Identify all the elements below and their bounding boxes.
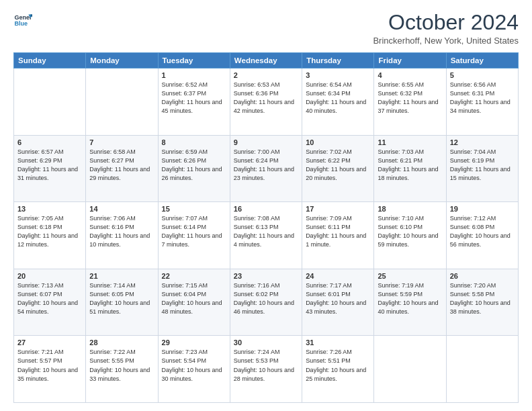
day-number: 2 xyxy=(234,71,298,79)
day-number: 14 xyxy=(89,205,154,213)
day-info: Sunrise: 7:12 AM Sunset: 6:08 PM Dayligh… xyxy=(450,214,515,249)
header-row: SundayMondayTuesdayWednesdayThursdayFrid… xyxy=(14,53,519,68)
day-number: 12 xyxy=(450,138,515,146)
day-cell: 7Sunrise: 6:58 AM Sunset: 6:27 PM Daylig… xyxy=(86,135,158,202)
day-cell xyxy=(86,68,158,136)
day-info: Sunrise: 7:20 AM Sunset: 5:58 PM Dayligh… xyxy=(450,281,515,316)
day-cell: 25Sunrise: 7:19 AM Sunset: 5:59 PM Dayli… xyxy=(374,269,446,336)
header: General Blue October 2024 Brinckerhoff, … xyxy=(13,11,519,46)
day-number: 1 xyxy=(162,71,226,79)
day-info: Sunrise: 7:04 AM Sunset: 6:19 PM Dayligh… xyxy=(450,148,515,183)
day-cell: 19Sunrise: 7:12 AM Sunset: 6:08 PM Dayli… xyxy=(446,202,518,269)
day-number: 29 xyxy=(162,338,226,347)
day-cell: 12Sunrise: 7:04 AM Sunset: 6:19 PM Dayli… xyxy=(446,135,518,202)
day-info: Sunrise: 7:16 AM Sunset: 6:02 PM Dayligh… xyxy=(234,281,298,316)
week-row-3: 13Sunrise: 7:05 AM Sunset: 6:18 PM Dayli… xyxy=(14,202,519,269)
day-number: 23 xyxy=(234,272,298,280)
day-number: 28 xyxy=(89,338,154,347)
day-cell: 14Sunrise: 7:06 AM Sunset: 6:16 PM Dayli… xyxy=(86,202,158,269)
day-cell xyxy=(374,336,446,403)
day-number: 6 xyxy=(17,138,82,146)
day-cell xyxy=(446,336,518,403)
day-info: Sunrise: 7:17 AM Sunset: 6:01 PM Dayligh… xyxy=(306,281,370,316)
day-number: 16 xyxy=(234,205,298,213)
day-cell: 5Sunrise: 6:56 AM Sunset: 6:31 PM Daylig… xyxy=(446,68,518,136)
day-cell: 10Sunrise: 7:02 AM Sunset: 6:22 PM Dayli… xyxy=(302,135,374,202)
day-info: Sunrise: 7:21 AM Sunset: 5:57 PM Dayligh… xyxy=(17,348,82,383)
day-info: Sunrise: 6:57 AM Sunset: 6:29 PM Dayligh… xyxy=(17,148,82,183)
day-cell: 20Sunrise: 7:13 AM Sunset: 6:07 PM Dayli… xyxy=(14,269,86,336)
day-cell: 13Sunrise: 7:05 AM Sunset: 6:18 PM Dayli… xyxy=(14,202,86,269)
col-header-sunday: Sunday xyxy=(14,53,86,68)
week-row-5: 27Sunrise: 7:21 AM Sunset: 5:57 PM Dayli… xyxy=(14,336,519,403)
day-info: Sunrise: 7:05 AM Sunset: 6:18 PM Dayligh… xyxy=(17,214,82,249)
day-cell: 6Sunrise: 6:57 AM Sunset: 6:29 PM Daylig… xyxy=(14,135,86,202)
day-number: 26 xyxy=(450,272,515,280)
day-cell: 26Sunrise: 7:20 AM Sunset: 5:58 PM Dayli… xyxy=(446,269,518,336)
day-cell: 9Sunrise: 7:00 AM Sunset: 6:24 PM Daylig… xyxy=(230,135,302,202)
day-cell: 11Sunrise: 7:03 AM Sunset: 6:21 PM Dayli… xyxy=(374,135,446,202)
day-cell: 16Sunrise: 7:08 AM Sunset: 6:13 PM Dayli… xyxy=(230,202,302,269)
day-number: 30 xyxy=(234,338,298,347)
day-cell: 4Sunrise: 6:55 AM Sunset: 6:32 PM Daylig… xyxy=(374,68,446,136)
day-cell: 2Sunrise: 6:53 AM Sunset: 6:36 PM Daylig… xyxy=(230,68,302,136)
day-number: 25 xyxy=(378,272,442,280)
day-info: Sunrise: 7:19 AM Sunset: 5:59 PM Dayligh… xyxy=(378,281,442,316)
day-number: 22 xyxy=(162,272,226,280)
day-number: 15 xyxy=(162,205,226,213)
day-cell: 28Sunrise: 7:22 AM Sunset: 5:55 PM Dayli… xyxy=(86,336,158,403)
day-number: 31 xyxy=(306,338,370,347)
day-cell: 1Sunrise: 6:52 AM Sunset: 6:37 PM Daylig… xyxy=(158,68,230,136)
calendar-table: SundayMondayTuesdayWednesdayThursdayFrid… xyxy=(13,52,519,403)
day-info: Sunrise: 7:06 AM Sunset: 6:16 PM Dayligh… xyxy=(89,214,154,249)
day-cell: 24Sunrise: 7:17 AM Sunset: 6:01 PM Dayli… xyxy=(302,269,374,336)
title-block: October 2024 Brinckerhoff, New York, Uni… xyxy=(373,11,519,46)
day-cell: 31Sunrise: 7:26 AM Sunset: 5:51 PM Dayli… xyxy=(302,336,374,403)
day-info: Sunrise: 6:58 AM Sunset: 6:27 PM Dayligh… xyxy=(89,148,154,183)
day-info: Sunrise: 7:14 AM Sunset: 6:05 PM Dayligh… xyxy=(89,281,154,316)
day-number: 8 xyxy=(162,138,226,146)
day-number: 20 xyxy=(17,272,82,280)
day-number: 13 xyxy=(17,205,82,213)
day-info: Sunrise: 7:09 AM Sunset: 6:11 PM Dayligh… xyxy=(306,214,370,249)
week-row-1: 1Sunrise: 6:52 AM Sunset: 6:37 PM Daylig… xyxy=(14,68,519,136)
day-cell xyxy=(14,68,86,136)
day-info: Sunrise: 6:55 AM Sunset: 6:32 PM Dayligh… xyxy=(378,81,442,116)
day-number: 7 xyxy=(89,138,154,146)
day-number: 21 xyxy=(89,272,154,280)
day-number: 5 xyxy=(450,71,515,79)
day-number: 18 xyxy=(378,205,442,213)
day-number: 17 xyxy=(306,205,370,213)
col-header-thursday: Thursday xyxy=(302,53,374,68)
day-info: Sunrise: 7:13 AM Sunset: 6:07 PM Dayligh… xyxy=(17,281,82,316)
day-cell: 27Sunrise: 7:21 AM Sunset: 5:57 PM Dayli… xyxy=(14,336,86,403)
day-number: 24 xyxy=(306,272,370,280)
day-cell: 8Sunrise: 6:59 AM Sunset: 6:26 PM Daylig… xyxy=(158,135,230,202)
logo-icon: General Blue xyxy=(13,11,32,30)
col-header-wednesday: Wednesday xyxy=(230,53,302,68)
day-info: Sunrise: 6:54 AM Sunset: 6:34 PM Dayligh… xyxy=(306,81,370,116)
day-cell: 30Sunrise: 7:24 AM Sunset: 5:53 PM Dayli… xyxy=(230,336,302,403)
day-cell: 21Sunrise: 7:14 AM Sunset: 6:05 PM Dayli… xyxy=(86,269,158,336)
day-info: Sunrise: 6:52 AM Sunset: 6:37 PM Dayligh… xyxy=(162,81,226,116)
day-cell: 22Sunrise: 7:15 AM Sunset: 6:04 PM Dayli… xyxy=(158,269,230,336)
day-info: Sunrise: 7:26 AM Sunset: 5:51 PM Dayligh… xyxy=(306,348,370,383)
day-number: 10 xyxy=(306,138,370,146)
day-info: Sunrise: 7:22 AM Sunset: 5:55 PM Dayligh… xyxy=(89,348,154,383)
day-info: Sunrise: 7:08 AM Sunset: 6:13 PM Dayligh… xyxy=(234,214,298,249)
svg-text:Blue: Blue xyxy=(14,20,28,27)
day-info: Sunrise: 7:23 AM Sunset: 5:54 PM Dayligh… xyxy=(162,348,226,383)
week-row-2: 6Sunrise: 6:57 AM Sunset: 6:29 PM Daylig… xyxy=(14,135,519,202)
day-cell: 18Sunrise: 7:10 AM Sunset: 6:10 PM Dayli… xyxy=(374,202,446,269)
day-info: Sunrise: 7:02 AM Sunset: 6:22 PM Dayligh… xyxy=(306,148,370,183)
day-info: Sunrise: 7:10 AM Sunset: 6:10 PM Dayligh… xyxy=(378,214,442,249)
day-info: Sunrise: 7:15 AM Sunset: 6:04 PM Dayligh… xyxy=(162,281,226,316)
day-number: 19 xyxy=(450,205,515,213)
day-info: Sunrise: 7:07 AM Sunset: 6:14 PM Dayligh… xyxy=(162,214,226,249)
day-info: Sunrise: 6:59 AM Sunset: 6:26 PM Dayligh… xyxy=(162,148,226,183)
month-title: October 2024 xyxy=(373,11,519,34)
day-cell: 3Sunrise: 6:54 AM Sunset: 6:34 PM Daylig… xyxy=(302,68,374,136)
calendar-page: General Blue October 2024 Brinckerhoff, … xyxy=(0,0,532,411)
day-number: 3 xyxy=(306,71,370,79)
day-number: 4 xyxy=(378,71,442,79)
